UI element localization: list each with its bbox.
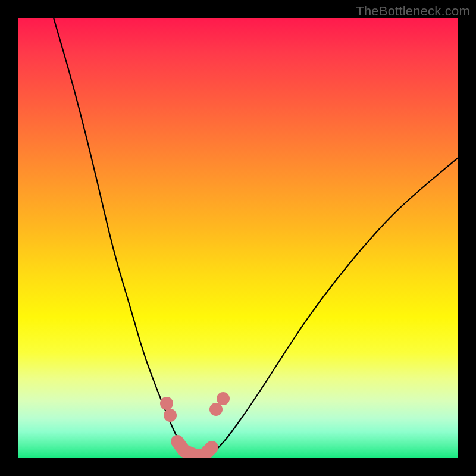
bottleneck-curve (54, 18, 458, 457)
curve-marker (160, 397, 173, 410)
chart-frame (18, 18, 458, 458)
curve-marker (164, 409, 177, 422)
curve-layer (18, 18, 458, 458)
curve-marker (217, 392, 230, 405)
watermark: TheBottleneck.com (356, 4, 470, 19)
low-point-segment (177, 441, 212, 456)
curve-markers (160, 392, 230, 422)
curve-marker (209, 403, 223, 416)
